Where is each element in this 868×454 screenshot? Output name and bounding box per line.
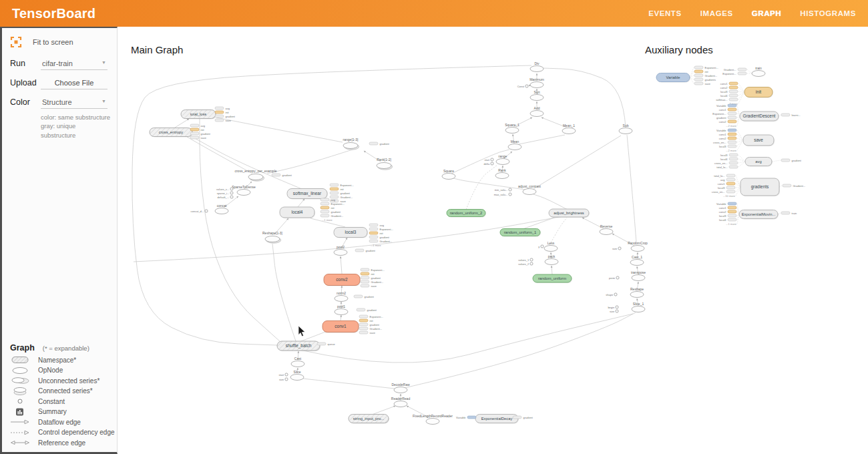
- graph-node-conv2[interactable]: conv2: [324, 274, 361, 286]
- graph-node-rank-op[interactable]: Rank: [495, 168, 509, 179]
- graph-node-sub[interactable]: Sub: [619, 124, 632, 134]
- svg-text:train: train: [755, 66, 762, 70]
- graph-node-cast[interactable]: Cast: [291, 357, 304, 367]
- graph-node-fixed-length-record-reader[interactable]: FixedLengthRecordReader: [413, 414, 453, 425]
- graph-const[interactable]: y: [538, 245, 544, 248]
- graph-const[interactable]: size: [612, 247, 621, 250]
- graph-node-pool2[interactable]: pool2: [334, 245, 347, 256]
- graph-node-train-op[interactable]: train: [752, 66, 765, 77]
- graph-const[interactable]: default_...: [218, 196, 233, 199]
- graph-edge: [301, 331, 327, 341]
- graph-node-random-uniform-1[interactable]: random_uniform_1: [500, 229, 541, 237]
- graph-node-square-1[interactable]: Square_1: [505, 123, 519, 134]
- svg-text:gradient: gradient: [341, 192, 351, 195]
- graph-node-adjust-brightness[interactable]: adjust_brightness: [549, 209, 590, 218]
- graph-node-square[interactable]: Square: [442, 169, 455, 180]
- graph-canvas[interactable]: DivMaximumSqrtAddSquare_1Mean_1SubMeanra…: [0, 0, 868, 454]
- graph-node-range-1-3[interactable]: range[1-3]: [343, 138, 359, 150]
- fit-to-screen-button[interactable]: Fit to screen: [2, 28, 117, 51]
- graph-node-mean[interactable]: Mean: [508, 140, 521, 150]
- nav-tab-events[interactable]: EVENTS: [648, 9, 682, 17]
- graph-node-cast-1[interactable]: Cast_1: [630, 255, 644, 266]
- nav-tab-images[interactable]: IMAGES: [700, 9, 733, 17]
- graph-const[interactable]: start: [278, 373, 288, 377]
- graph-node-local3[interactable]: local3: [334, 228, 368, 238]
- graph-node-add[interactable]: Add: [530, 106, 544, 117]
- graph-node-reverse[interactable]: Reverse: [600, 224, 613, 235]
- color-select[interactable]: Structure ▼: [41, 96, 107, 109]
- graph-node-decode-raw[interactable]: DecodeRaw: [391, 383, 410, 393]
- graph-node-conv1[interactable]: conv1: [322, 321, 359, 333]
- graph-const[interactable]: perm: [609, 276, 619, 280]
- graph-const[interactable]: begin: [608, 306, 618, 309]
- graph-satellite: queue: [317, 343, 335, 346]
- nav-tab-graph[interactable]: GRAPH: [752, 9, 782, 17]
- graph-node-exponential-decay[interactable]: ExponentialDecay: [475, 415, 519, 424]
- graph-node-local4[interactable]: local4: [280, 207, 315, 218]
- nav-tab-histograms[interactable]: HISTOGRAMS: [800, 9, 856, 17]
- svg-text:shape: shape: [606, 293, 614, 296]
- legend-item-label: Connected series*: [38, 387, 93, 395]
- graph-node-cross-entropy-per-example[interactable]: cross_entropy_per_example: [234, 169, 276, 181]
- graph-node-sqrt[interactable]: Sqrt: [530, 90, 544, 101]
- svg-text:adjust_contrast: adjust_contrast: [518, 184, 541, 188]
- svg-text:cross_en...: cross_en...: [712, 190, 725, 194]
- graph-node-random-uniform[interactable]: random_uniform: [533, 274, 572, 283]
- graph-node-exponential-moving[interactable]: ExponentialMovin...: [739, 210, 779, 220]
- graph-node-rank-1-2[interactable]: Rank[1-2]: [377, 158, 393, 170]
- graph-const[interactable]: shape: [606, 293, 617, 296]
- svg-text:local3: local3: [720, 90, 728, 93]
- svg-text:conv1: conv1: [719, 206, 726, 210]
- graph-const[interactable]: values_2: [518, 262, 533, 266]
- graph-node-reader-read[interactable]: ReaderRead: [391, 397, 411, 407]
- graph-const[interactable]: sparse_i...: [217, 192, 233, 195]
- graph-const[interactable]: values_1: [518, 258, 533, 262]
- svg-text:conv1: conv1: [335, 324, 347, 328]
- graph-node-random-uniform-2[interactable]: random_uniform_2: [447, 210, 486, 218]
- graph-const[interactable]: Const: [517, 85, 528, 88]
- graph-const[interactable]: delta: [484, 162, 494, 166]
- graph-const[interactable]: size: [279, 378, 288, 381]
- graph-node-string-input-pro[interactable]: string_input_pro...: [349, 415, 389, 424]
- graph-node-variable[interactable]: Variable: [656, 73, 690, 83]
- graph-node-total-loss[interactable]: total_loss: [181, 110, 216, 120]
- graph-node-shuffle-batch[interactable]: shuffle_batch: [277, 341, 320, 351]
- graph-node-reshape-op[interactable]: Reshape: [630, 287, 644, 298]
- graph-node-save[interactable]: save: [743, 135, 775, 146]
- graph-node-softmax-linear[interactable]: softmax_linear: [287, 189, 328, 200]
- svg-text:default_...: default_...: [218, 196, 230, 199]
- svg-text:Reshape[1-3]: Reshape[1-3]: [262, 231, 283, 235]
- graph-node-div[interactable]: Div: [530, 61, 544, 72]
- graph-node-init[interactable]: init: [744, 87, 773, 98]
- graph-node-maximum[interactable]: Maximum: [529, 77, 544, 88]
- graph-node-norm2[interactable]: norm2: [335, 291, 348, 302]
- graph-node-transpose[interactable]: transpose: [631, 270, 646, 281]
- graph-const[interactable]: min_valu...: [495, 188, 511, 192]
- graph-node-reshape-1-3[interactable]: Reshape[1-3]: [262, 231, 283, 243]
- graph-edge: [543, 68, 626, 128]
- graph-node-pool1[interactable]: pool1: [335, 304, 348, 315]
- graph-node-slice[interactable]: Slice: [290, 370, 304, 381]
- choose-file-button[interactable]: Choose File: [41, 77, 107, 89]
- graph-const[interactable]: values_s...: [216, 188, 233, 191]
- graph-const[interactable]: size: [610, 310, 618, 313]
- graph-const[interactable]: concat_d...: [191, 210, 208, 213]
- graph-node-gradient-descent[interactable]: GradientDescent: [740, 111, 779, 122]
- graph-node-less[interactable]: Less: [544, 241, 558, 252]
- svg-text:Reverse: Reverse: [600, 224, 613, 228]
- graph-const[interactable]: max_valu...: [494, 193, 511, 196]
- graph-const[interactable]: start: [484, 158, 493, 162]
- graph-node-avg[interactable]: avg: [745, 158, 773, 167]
- svg-text:init: init: [331, 206, 335, 210]
- graph-node-gradients[interactable]: gradients: [740, 178, 780, 196]
- svg-text:pack: pack: [548, 254, 556, 258]
- graph-node-mean-1[interactable]: Mean_1: [562, 124, 576, 134]
- graph-node-pack[interactable]: pack: [545, 254, 558, 265]
- run-select[interactable]: cifar-train ▼: [41, 57, 107, 70]
- graph-node-random-crop[interactable]: RandomCrop: [628, 241, 648, 252]
- graph-node-concat[interactable]: concat: [215, 204, 228, 214]
- graph-node-cross-entropy[interactable]: cross_entropy: [150, 128, 193, 138]
- svg-text:local4: local4: [720, 158, 728, 161]
- graph-node-sparse-to-dense[interactable]: SparseToDense: [232, 185, 256, 196]
- graph-node-slice-1[interactable]: Slice_1: [632, 302, 645, 312]
